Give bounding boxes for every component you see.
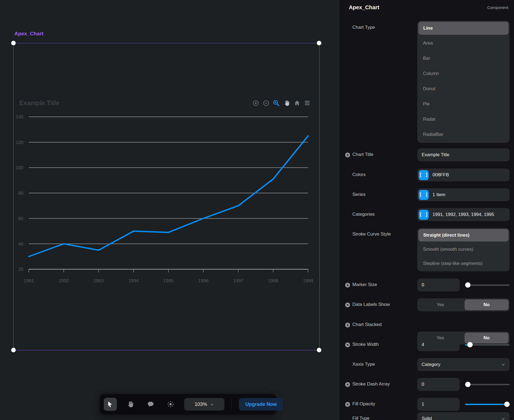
series-value: 1 Item (432, 192, 445, 198)
comment-icon (147, 401, 154, 408)
data-labels-yes[interactable]: Yes (417, 298, 463, 311)
fill-type-select[interactable]: Solid (417, 412, 510, 420)
categories-label: Categories (352, 212, 375, 217)
chart-stacked-yes[interactable]: Yes (417, 331, 463, 344)
stroke-curve-option-stepline[interactable]: Stepline (step-like segments) (418, 256, 509, 271)
svg-text:1996: 1996 (198, 278, 209, 283)
svg-text:1998: 1998 (268, 278, 278, 283)
fill-opacity-input[interactable]: 1 (417, 398, 460, 411)
chart-stacked-toggle[interactable]: Yes No (417, 331, 510, 344)
fill-opacity-value: 1 (422, 402, 424, 407)
cursor-icon (107, 401, 114, 408)
fill-opacity-slider[interactable] (465, 402, 510, 407)
home-icon[interactable] (293, 99, 300, 106)
stroke-dash-slider[interactable] (465, 382, 510, 387)
comment-tool-button[interactable] (144, 398, 157, 411)
marker-size-slider[interactable] (465, 282, 510, 288)
array-icon (419, 170, 429, 180)
svg-text:120: 120 (16, 140, 23, 145)
chart-type-option-bar[interactable]: Bar (418, 51, 509, 66)
svg-text:40: 40 (18, 242, 23, 247)
selection-zoom-icon[interactable] (273, 99, 280, 106)
add-binding-icon[interactable] (345, 302, 350, 308)
categories-input[interactable]: 1991, 1992, 1993, 1994, 1995 (417, 208, 510, 221)
zoom-level-value: 103% (195, 402, 207, 407)
selection-handle-bottom-left[interactable] (11, 348, 16, 352)
series-label: Series (352, 192, 365, 197)
colors-input[interactable]: 008FFB (417, 168, 510, 181)
svg-text:1991: 1991 (24, 278, 34, 283)
add-binding-icon[interactable] (345, 342, 350, 347)
categories-value: 1991, 1992, 1993, 1994, 1995 (432, 212, 494, 217)
chart-plot: 1401201008060402019911992199319941995199… (0, 0, 340, 420)
data-labels-no[interactable]: No (463, 298, 510, 311)
add-binding-icon[interactable] (345, 382, 350, 387)
menu-icon[interactable] (304, 99, 311, 106)
colors-label: Colors (352, 172, 366, 177)
svg-text:60: 60 (18, 216, 23, 221)
svg-text:100: 100 (16, 165, 23, 170)
chart-type-label: Chart Type (352, 25, 375, 30)
properties-panel: Apex_Chart Component Chart Type Line Are… (340, 0, 514, 420)
pan-hand-icon[interactable] (283, 99, 290, 106)
zoom-level-dropdown[interactable]: 103% (184, 398, 224, 410)
xaxis-type-select[interactable]: Category (417, 358, 510, 371)
svg-text:140: 140 (16, 114, 23, 120)
chevron-down-icon (501, 363, 505, 367)
svg-text:1993: 1993 (93, 278, 104, 283)
svg-text:1992: 1992 (59, 278, 69, 283)
marker-size-input[interactable]: 0 (417, 278, 460, 292)
stroke-width-label: Stroke Width (352, 342, 379, 347)
chart-type-option-pie[interactable]: Pie (418, 96, 509, 112)
stroke-dash-value: 0 (422, 382, 424, 387)
stroke-curve-option-smooth[interactable]: Smooth (smooth curves) (418, 242, 509, 256)
svg-text:1997: 1997 (233, 278, 243, 283)
chart-type-option-radialbar[interactable]: RadialBar (418, 127, 509, 142)
selection-handle-top-left[interactable] (11, 41, 16, 45)
toolbar-divider (231, 399, 232, 410)
marker-size-value: 0 (422, 282, 424, 288)
chevron-down-icon (501, 417, 505, 420)
chart-type-option-line[interactable]: Line (418, 22, 509, 35)
brightness-tool-button[interactable] (164, 398, 177, 411)
data-labels-label: Data Labels Show (352, 302, 390, 307)
chart-stacked-label: Chart Stacked (352, 322, 382, 327)
svg-text:20: 20 (18, 267, 23, 272)
selected-component-label[interactable]: Apex_Chart (14, 31, 43, 37)
chevron-down-icon (210, 402, 214, 406)
chart-type-option-area[interactable]: Area (418, 36, 509, 51)
fill-type-value: Solid (422, 416, 432, 420)
selection-handle-top-right[interactable] (317, 41, 321, 45)
svg-text:1994: 1994 (128, 278, 139, 283)
xaxis-type-value: Category (422, 362, 440, 367)
series-input[interactable]: 1 Item (417, 188, 510, 201)
stroke-dash-input[interactable]: 0 (417, 378, 460, 391)
add-binding-icon[interactable] (345, 322, 350, 328)
stroke-curve-option-straight[interactable]: Straight (direct lines) (418, 229, 509, 242)
stroke-curve-label: Stroke Curve Style (352, 231, 391, 237)
data-labels-toggle[interactable]: Yes No (417, 298, 510, 311)
brightness-sun-icon (167, 400, 174, 408)
chart-type-option-radar[interactable]: Radar (418, 112, 509, 127)
chart-type-listbox: Line Area Bar Column Donut Pie Radar Rad… (417, 21, 510, 143)
cursor-tool-button[interactable] (104, 398, 117, 411)
chart-title-label: Chart Title (352, 152, 373, 157)
colors-value: 008FFB (432, 172, 449, 178)
stroke-dash-label: Stroke Dash Array (352, 381, 390, 387)
chart-title-input[interactable]: Example Title (417, 148, 510, 161)
hand-tool-button[interactable] (124, 398, 137, 411)
array-icon (419, 210, 429, 220)
selection-handle-bottom-right[interactable] (317, 348, 321, 352)
zoom-in-icon[interactable] (252, 99, 259, 106)
upgrade-now-button[interactable]: Upgrade Now (239, 398, 283, 410)
marker-size-label: Marker Size (352, 282, 377, 287)
chart-stacked-no[interactable]: No (463, 331, 510, 344)
editor-toolbar: 103% Upgrade Now (100, 394, 276, 415)
chart-type-option-column[interactable]: Column (418, 66, 509, 81)
zoom-out-icon[interactable] (262, 99, 269, 106)
add-binding-icon[interactable] (345, 152, 350, 158)
chart-type-option-donut[interactable]: Donut (418, 81, 509, 96)
design-canvas[interactable]: 1401201008060402019911992199319941995199… (0, 0, 340, 420)
add-binding-icon[interactable] (345, 283, 350, 288)
add-binding-icon[interactable] (345, 402, 350, 407)
